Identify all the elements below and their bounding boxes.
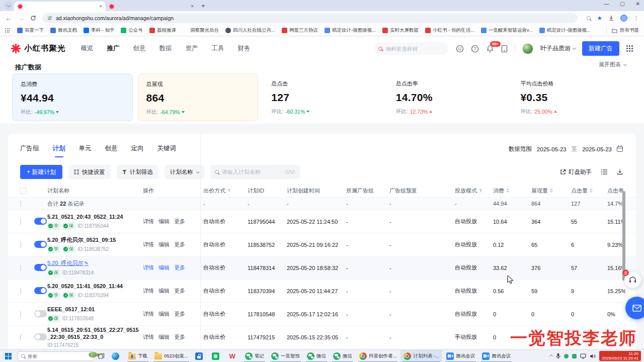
customer-service-button[interactable]: 0 [624, 272, 641, 288]
date-end[interactable]: 2025-05-23 [582, 146, 612, 152]
quick-settings-button[interactable]: 快捷设置 [68, 165, 111, 179]
bookmark-item[interactable]: 百度一下 [17, 27, 44, 34]
row-checkbox[interactable] [20, 265, 21, 271]
nav-item[interactable]: 财务 [238, 44, 251, 53]
plan-name-link[interactable]: 5.20_0520_11:41_0520_11:44 [47, 283, 139, 290]
window-maximize-button[interactable]: ▢ [620, 1, 624, 7]
forward-button[interactable]: → [18, 15, 24, 22]
taskbar-app[interactable]: 腾讯会议 [479, 350, 514, 362]
nav-item[interactable]: 数据 [159, 44, 172, 53]
taskbar-app[interactable]: 计划列表 -... [400, 350, 442, 362]
plan-toggle[interactable] [34, 264, 47, 271]
bookmark-item[interactable]: 公众号 [121, 27, 143, 34]
account-avatar[interactable] [522, 43, 533, 54]
taskbar-app[interactable] [192, 350, 208, 362]
volume-icon[interactable] [590, 353, 596, 359]
row-checkbox[interactable] [20, 311, 21, 317]
nav-item[interactable]: 推广 [107, 44, 120, 53]
wechat-tray-icon[interactable] [572, 354, 577, 358]
more-link[interactable]: 更多 [174, 287, 185, 295]
browser-tab[interactable]: × [14, 2, 106, 11]
nav-item[interactable]: 创意 [133, 44, 146, 53]
search-field-selector[interactable]: 计划名称 [165, 165, 204, 179]
plan-name-link[interactable]: 5.20_呼伦贝尔✎ [47, 259, 139, 267]
bookmark-item[interactable]: 腾讯文档 [50, 27, 77, 34]
taskbar-app[interactable]: 一觉智投 [268, 350, 303, 362]
edit-link[interactable]: 编辑 [158, 218, 170, 225]
edit-link[interactable]: 编辑 [158, 264, 170, 272]
detail-link[interactable]: 详情 [143, 264, 154, 272]
detail-link[interactable]: 详情 [143, 287, 154, 295]
help-icon[interactable]: ? [471, 45, 479, 53]
new-ad-button[interactable]: 新建广告 [582, 41, 619, 56]
taskbar-search-input[interactable] [28, 353, 73, 359]
table-row[interactable]: EEEE_0517_12:01 保 ID:117810548 详情 编辑 更多 … [8, 303, 636, 326]
apps-grid-icon[interactable] [5, 28, 10, 33]
taskbar-search[interactable] [18, 351, 94, 361]
edit-link[interactable]: 编辑 [158, 287, 170, 295]
microphone-icon[interactable] [556, 353, 560, 359]
display-icon[interactable] [580, 353, 586, 359]
more-link[interactable]: 更多 [174, 310, 185, 318]
detail-link[interactable]: 详情 [143, 333, 154, 341]
bookmark-item[interactable]: 实时大屏数据 [382, 27, 419, 34]
download-report-icon[interactable] [617, 169, 623, 175]
zoom-icon[interactable] [587, 16, 591, 20]
plan-search[interactable]: 0/50 [210, 165, 300, 179]
edit-link[interactable]: 编辑 [158, 310, 170, 318]
taskbar-app[interactable]: 微信 [304, 350, 329, 362]
edit-link[interactable]: 编辑 [158, 241, 170, 248]
taskbar-app[interactable]: 0523创意... [151, 350, 191, 362]
edit-pencil-icon[interactable]: ✎ [85, 260, 89, 266]
tab-close-icon[interactable]: × [99, 4, 102, 9]
entity-tab[interactable]: 计划 [53, 144, 65, 157]
sort-icon[interactable] [550, 189, 553, 193]
more-link[interactable]: 更多 [174, 241, 185, 248]
reload-button[interactable] [30, 15, 36, 21]
header-search[interactable] [373, 42, 449, 55]
edit-link[interactable]: 编辑 [158, 333, 170, 341]
calendar-icon[interactable] [617, 146, 623, 152]
tab-search-button[interactable] [4, 2, 12, 10]
bookmark-item[interactable]: 稿定设计-做图做视... [539, 27, 591, 34]
site-settings-icon[interactable] [47, 16, 52, 21]
brand-logo[interactable]: 小红书聚光 [11, 43, 66, 54]
scrollbar-thumb[interactable] [622, 191, 625, 281]
entity-tab[interactable]: 关键词 [157, 144, 177, 157]
account-switcher[interactable]: 叶子品质游 [540, 44, 575, 53]
table-row[interactable]: 5.20_呼伦贝尔_0521_09:15 学 保 ID:118538752 详情… [8, 233, 636, 256]
entity-tab[interactable]: 单元 [79, 144, 92, 157]
sort-icon[interactable] [506, 189, 509, 193]
download-icon[interactable] [608, 15, 614, 21]
taskbar-app[interactable] [109, 350, 124, 362]
browser-menu-icon[interactable]: ⋮ [633, 15, 639, 22]
monitor-assistant-link[interactable]: 盯盘助手 [560, 168, 592, 176]
taskbar-app[interactable]: 微信 [330, 350, 355, 362]
entity-tab[interactable]: 广告组 [20, 144, 39, 157]
column-header-name[interactable]: 计划名称 [47, 187, 143, 195]
row-checkbox[interactable] [20, 288, 21, 294]
browser-profile-avatar[interactable] [620, 15, 627, 22]
plan-toggle[interactable] [34, 287, 47, 294]
plan-name-link[interactable]: 5.21_0521_20:43_0522_11:24 [47, 213, 139, 220]
date-start[interactable]: 2025-05-23 [537, 146, 567, 152]
detail-link[interactable]: 详情 [143, 310, 154, 318]
new-plan-button[interactable]: + 新建计划 [20, 165, 62, 179]
entity-tab[interactable]: 定向 [131, 144, 144, 157]
url-bar[interactable]: ad.xiaohongshu.com/aurora/ad/manage/camp… [42, 13, 578, 23]
plan-name-link[interactable]: 5.20_呼伦贝尔_0521_09:15 [47, 236, 139, 243]
new-tab-button[interactable]: + [201, 3, 205, 9]
table-row[interactable]: 5.20_呼伦贝尔✎ 保 ID:118478314 详情 编辑 更多 自动出价 … [8, 256, 636, 280]
plan-search-input[interactable] [222, 169, 283, 175]
taskbar-app[interactable]: 腾讯会议 [443, 350, 478, 362]
nav-item[interactable]: 概览 [81, 44, 94, 53]
all-bookmarks-button[interactable]: 所有书签 [606, 27, 639, 34]
tray-expand-icon[interactable] [549, 354, 553, 357]
plan-toggle[interactable] [34, 241, 47, 248]
more-link[interactable]: 更多 [174, 333, 185, 341]
plan-name-link[interactable]: EEEE_0517_12:01 [47, 306, 139, 313]
wechat-tray-icon[interactable] [564, 354, 569, 358]
taskbar-app[interactable]: 下载 [125, 350, 150, 362]
column-settings-icon[interactable] [601, 169, 608, 175]
bookmark-item[interactable]: 李科 - 知乎 [84, 27, 114, 34]
